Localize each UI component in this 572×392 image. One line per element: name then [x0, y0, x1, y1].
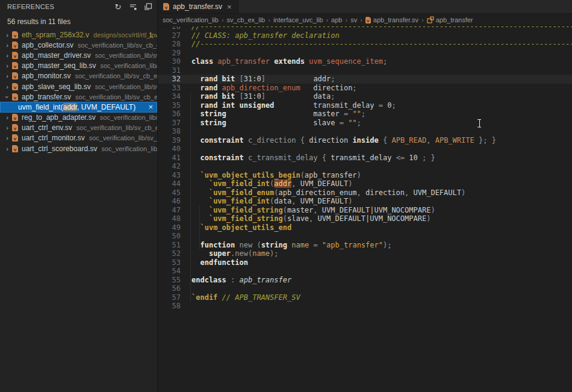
code-line-text[interactable]: `uvm_field_int(addr, UVM_DEFAULT)	[191, 179, 572, 188]
code-line-text[interactable]	[191, 302, 572, 311]
line-number[interactable]: 44	[158, 179, 191, 188]
file-row[interactable]: ›apb_slave_seq_lib.svsoc_verification_li…	[0, 81, 157, 92]
code-line-text[interactable]: `uvm_object_utils_begin(apb_transfer)	[191, 171, 572, 180]
reference-match-row[interactable]: uvm_field_int(addr, UVM_DEFAULT)×	[0, 102, 157, 112]
code-line-text[interactable]: `uvm_field_string(slave, UVM_DEFAULT|UVM…	[191, 214, 572, 223]
code-line-text[interactable]: rand int unsigned transmit_delay = 0;	[191, 101, 572, 110]
file-row[interactable]: ›apb_collector.svsoc_verification_lib/sv…	[0, 40, 157, 50]
line-number[interactable]: 57	[158, 293, 191, 302]
chevron-icon[interactable]: ›	[2, 52, 12, 59]
code-line-text[interactable]	[191, 267, 572, 276]
code-line-text[interactable]: //--------------------------------------…	[191, 40, 572, 49]
code-line-text[interactable]: `uvm_field_int(data, UVM_DEFAULT)	[191, 197, 572, 206]
code-line-text[interactable]: rand bit [31:0] addr;	[191, 75, 572, 84]
file-row[interactable]: ›apb_master_seq_lib.svsoc_verification_l…	[0, 61, 157, 71]
refresh-icon[interactable]: ↻	[113, 1, 123, 12]
code-line-text[interactable]: rand apb_direction_enum direction;	[191, 84, 572, 93]
code-line-text[interactable]: `endif // APB_TRANSFER_SV	[191, 293, 572, 302]
chevron-icon[interactable]: ›	[2, 114, 12, 121]
file-row[interactable]: ›apb_master_driver.svsoc_verification_li…	[0, 50, 157, 60]
line-number[interactable]: 55	[158, 276, 191, 285]
line-number[interactable]: 26	[158, 26, 191, 31]
line-number[interactable]: 41	[158, 154, 191, 163]
dismiss-icon[interactable]: ×	[148, 103, 153, 111]
code-line-text[interactable]	[191, 232, 572, 241]
line-number[interactable]: 43	[158, 171, 191, 180]
chevron-icon[interactable]: ›	[2, 42, 12, 49]
clear-results-icon[interactable]	[128, 1, 138, 12]
code-line-text[interactable]: `uvm_object_utils_end	[191, 223, 572, 232]
breadcrumb-item[interactable]: apb	[331, 16, 342, 23]
line-number[interactable]: 49	[158, 223, 191, 232]
code-line-text[interactable]: `uvm_field_string(master, UVM_DEFAULT|UV…	[191, 206, 572, 215]
line-number[interactable]: 38	[158, 127, 191, 136]
line-number[interactable]: 42	[158, 162, 191, 171]
breadcrumb-item[interactable]: sv	[350, 16, 357, 23]
chevron-icon[interactable]: ›	[2, 134, 12, 142]
line-number[interactable]: 31	[158, 66, 191, 75]
line-number[interactable]: 45	[158, 188, 191, 198]
file-row[interactable]: ›eth_spram_256x32.vdesigns/socv/rtl/rtl_…	[0, 30, 157, 40]
breadcrumb-item[interactable]: interface_uvc_lib	[273, 16, 323, 23]
line-number[interactable]: 39	[158, 136, 191, 145]
file-row[interactable]: ›uart_ctrl_env.svsoc_verification_lib/sv…	[0, 123, 157, 133]
breadcrumb-item[interactable]: apb_transfer	[427, 16, 473, 23]
code-line-text[interactable]	[191, 162, 572, 171]
tab-apb-transfer[interactable]: apb_transfer.sv ×	[158, 0, 238, 13]
code-line-text[interactable]	[191, 127, 572, 136]
line-number[interactable]: 29	[158, 49, 191, 58]
code-line-text[interactable]: constraint c_direction { direction insid…	[191, 136, 572, 145]
breadcrumb-item[interactable]: apb_transfer.sv	[365, 16, 418, 23]
line-number[interactable]: 46	[158, 197, 191, 206]
code-line-text[interactable]: class apb_transfer extends uvm_sequence_…	[191, 57, 572, 66]
code-line-text[interactable]: string master = "";	[191, 110, 572, 119]
line-number[interactable]: 56	[158, 284, 191, 293]
code-line-text[interactable]	[191, 66, 572, 75]
code-line-text[interactable]: endclass : apb_transfer	[191, 276, 572, 285]
chevron-icon[interactable]: ›	[2, 83, 12, 90]
line-number[interactable]: 35	[158, 101, 191, 110]
chevron-icon[interactable]: ›	[2, 31, 12, 39]
file-row[interactable]: ›uart_ctrl_monitor.svsoc_verification_li…	[0, 133, 157, 143]
line-number[interactable]: 48	[158, 214, 191, 223]
line-number[interactable]: 37	[158, 119, 191, 128]
chevron-icon[interactable]: ›	[4, 92, 11, 102]
line-number[interactable]: 40	[158, 145, 191, 154]
line-number[interactable]: 54	[158, 267, 191, 276]
line-number[interactable]: 27	[158, 31, 191, 40]
file-row[interactable]: ›reg_to_apb_adapter.svsoc_verification_l…	[0, 113, 157, 123]
code-line-text[interactable]: //--------------------------------------…	[191, 26, 572, 31]
breadcrumb-item[interactable]: soc_verification_lib	[163, 16, 219, 23]
chevron-icon[interactable]: ›	[2, 145, 12, 152]
code-line-text[interactable]	[191, 49, 572, 58]
code-line-text[interactable]: super.new(name);	[191, 249, 572, 258]
line-number[interactable]: 50	[158, 232, 191, 241]
line-number[interactable]: 51	[158, 241, 191, 250]
file-row[interactable]: ›uart_ctrl_scoreboard.svsoc_verification…	[0, 143, 157, 154]
line-number[interactable]: 34	[158, 92, 191, 101]
tab-close-icon[interactable]: ×	[227, 3, 232, 11]
line-number[interactable]: 32	[158, 75, 191, 84]
chevron-icon[interactable]: ›	[2, 72, 12, 79]
line-number[interactable]: 47	[158, 206, 191, 215]
line-number[interactable]: 28	[158, 40, 191, 49]
breadcrumb-item[interactable]: sv_cb_ex_lib	[227, 16, 266, 23]
file-row[interactable]: ›apb_monitor.svsoc_verification_lib/sv_c…	[0, 71, 157, 81]
code-line-text[interactable]: function new (string name = "apb_transfe…	[191, 241, 572, 250]
line-number[interactable]: 53	[158, 258, 191, 267]
line-number[interactable]: 33	[158, 84, 191, 93]
file-row[interactable]: ›apb_transfer.svsoc_verification_lib/sv_…	[0, 92, 157, 102]
code-editor[interactable]: 26//------------------------------------…	[158, 26, 572, 392]
code-line-text[interactable]	[191, 284, 572, 293]
line-number[interactable]: 58	[158, 302, 191, 311]
line-number[interactable]: 52	[158, 249, 191, 258]
code-line-text[interactable]: constraint c_transmit_delay { transmit_d…	[191, 154, 572, 163]
code-line-text[interactable]: // CLASS: apb_transfer declaration	[191, 31, 572, 40]
collapse-all-icon[interactable]	[143, 1, 154, 12]
code-line-text[interactable]: endfunction	[191, 258, 572, 267]
code-line-text[interactable]: string slave = "";	[191, 119, 572, 128]
code-line-text[interactable]: rand bit [31:0] data;	[191, 92, 572, 101]
code-line-text[interactable]	[191, 145, 572, 154]
line-number[interactable]: 30	[158, 57, 191, 66]
line-number[interactable]: 36	[158, 110, 191, 119]
